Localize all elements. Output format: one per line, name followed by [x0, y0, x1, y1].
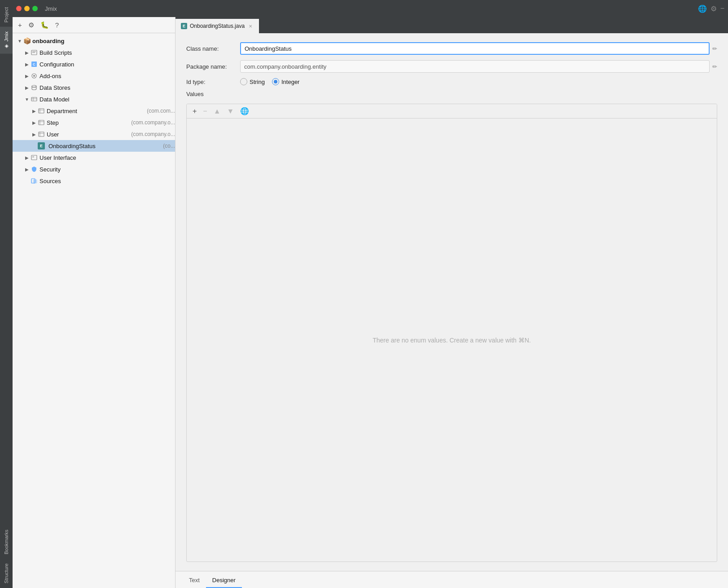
svg-rect-24 [33, 180, 37, 183]
editor-area: E OnboardingStatus.java ✕ Class name: ✏ [175, 17, 728, 588]
tree-item-onboarding[interactable]: 📦 onboarding [13, 35, 175, 47]
tree-item-data-model[interactable]: Data Model [13, 93, 175, 105]
values-globe-button[interactable]: 🌐 [238, 106, 251, 116]
id-type-radio-group: String Integer [240, 78, 299, 85]
svg-rect-15 [39, 120, 44, 125]
help-button[interactable]: ? [53, 20, 61, 30]
radio-string-outer [240, 78, 247, 85]
tree-label-data-stores: Data Stores [39, 84, 175, 91]
sources-icon [31, 177, 38, 184]
radio-integer-inner [274, 80, 277, 83]
jmix-icon: ◈ [4, 44, 9, 49]
security-icon [31, 166, 38, 173]
sidebar-tab-project[interactable]: Project [2, 3, 11, 27]
tree-label-step-sub: (com.company.o... [131, 119, 175, 126]
editor-form: Class name: ✏ Package name: com.company.… [175, 33, 728, 571]
values-row: Values [186, 91, 717, 101]
editor-tab-bar: E OnboardingStatus.java ✕ [175, 17, 728, 33]
tree-label-configuration: Configuration [39, 61, 175, 68]
values-add-button[interactable]: + [190, 106, 199, 116]
tree-item-security[interactable]: Security [13, 163, 175, 175]
tree-label-security: Security [39, 166, 175, 173]
tree-label-user-interface: User Interface [39, 154, 175, 161]
id-type-row: Id type: String Integer [186, 78, 717, 85]
tree-label-onboarding-status-sub: (co... [163, 143, 175, 149]
bottom-tab-bar: Text Designer [175, 571, 728, 588]
svg-text:C: C [33, 62, 35, 66]
tab-label: OnboardingStatus.java [190, 23, 245, 29]
package-name-edit-icon[interactable]: ✏ [712, 63, 717, 70]
values-content: There are no enum values. Create a new v… [187, 118, 717, 562]
values-down-button[interactable]: ▼ [225, 106, 237, 116]
tree-arrow-department [31, 107, 38, 114]
svg-rect-9 [31, 97, 37, 101]
left-vertical-sidebar: Project ◈ Jmix Bookmarks Structure [0, 0, 13, 588]
values-remove-button[interactable]: − [201, 106, 209, 116]
sidebar-tab-structure[interactable]: Structure [2, 559, 11, 588]
tree-label-onboarding-status: OnboardingStatus [48, 143, 161, 149]
gear-icon[interactable]: ⚙ [710, 4, 717, 13]
tree-item-configuration[interactable]: C Configuration [13, 58, 175, 70]
sidebar-tab-jmix[interactable]: ◈ Jmix [0, 27, 13, 54]
tree-label-sources: Sources [39, 178, 175, 184]
values-panel: + − ▲ ▼ 🌐 There are no enum values. Crea… [186, 104, 717, 562]
tree-arrow-addons [23, 72, 31, 79]
values-up-button[interactable]: ▲ [211, 106, 223, 116]
tree-arrow-step [31, 119, 38, 126]
radio-integer-label: Integer [281, 79, 299, 85]
radio-integer[interactable]: Integer [272, 78, 299, 85]
package-name-field: com.company.onboarding.entity [240, 60, 710, 73]
tab-text[interactable]: Text [183, 573, 206, 588]
tree-item-user-interface[interactable]: User Interface [13, 152, 175, 163]
sidebar-tab-bookmarks[interactable]: Bookmarks [2, 525, 11, 559]
class-name-input[interactable] [240, 42, 710, 55]
tree-label-user-sub: (com.company.o... [131, 131, 175, 137]
project-tree: 📦 onboarding Build Scripts [13, 33, 175, 588]
user-icon [38, 131, 45, 138]
debug-button[interactable]: 🐛 [39, 20, 51, 30]
project-sidebar: + ⚙ 🐛 ? 📦 onboarding [13, 17, 175, 588]
class-name-edit-icon[interactable]: ✏ [712, 45, 717, 52]
tree-label-onboarding: onboarding [32, 38, 175, 44]
tab-icon: E [181, 23, 187, 29]
tree-item-data-stores[interactable]: Data Stores [13, 82, 175, 93]
radio-string-label: String [250, 79, 265, 85]
step-icon [38, 119, 45, 126]
build-scripts-icon [31, 49, 38, 56]
data-stores-icon [31, 84, 38, 91]
sidebar-toolbar: + ⚙ 🐛 ? [13, 17, 175, 33]
app-title: Jmix [45, 5, 57, 12]
data-model-icon [31, 96, 38, 103]
tab-close-button[interactable]: ✕ [247, 23, 254, 29]
svg-rect-12 [39, 109, 44, 113]
tree-label-build-scripts: Build Scripts [39, 49, 175, 56]
tab-designer[interactable]: Designer [206, 573, 242, 588]
onboarding-status-icon: E [38, 142, 45, 149]
tree-arrow-build-scripts [23, 49, 31, 56]
tree-arrow-user-interface [23, 154, 31, 161]
tree-item-onboarding-status[interactable]: E OnboardingStatus (co... [13, 140, 175, 152]
maximize-dot[interactable] [32, 6, 38, 11]
tree-item-build-scripts[interactable]: Build Scripts [13, 47, 175, 58]
tree-item-addons[interactable]: Add-ons [13, 70, 175, 82]
tree-arrow-onboarding-status [31, 142, 38, 149]
tree-item-user[interactable]: User (com.company.o... [13, 128, 175, 140]
window-controls [16, 6, 38, 11]
minus-icon[interactable]: − [720, 4, 724, 13]
addons-icon [31, 72, 38, 79]
tree-item-sources[interactable]: Sources [13, 175, 175, 187]
tab-onboarding-status[interactable]: E OnboardingStatus.java ✕ [175, 19, 259, 33]
radio-string[interactable]: String [240, 78, 265, 85]
minimize-dot[interactable] [24, 6, 30, 11]
tree-item-step[interactable]: Step (com.company.o... [13, 117, 175, 128]
package-name-row: Package name: com.company.onboarding.ent… [186, 60, 717, 73]
add-button[interactable]: + [16, 20, 24, 30]
tree-item-department[interactable]: Department (com.com... [13, 105, 175, 117]
class-name-row: Class name: ✏ [186, 42, 717, 55]
close-dot[interactable] [16, 6, 22, 11]
tree-arrow-sources [23, 177, 31, 184]
settings-button[interactable]: ⚙ [26, 20, 36, 30]
tree-arrow-data-model [23, 96, 31, 103]
globe-icon[interactable]: 🌐 [698, 4, 707, 13]
tree-label-department-sub: (com.com... [147, 108, 175, 114]
